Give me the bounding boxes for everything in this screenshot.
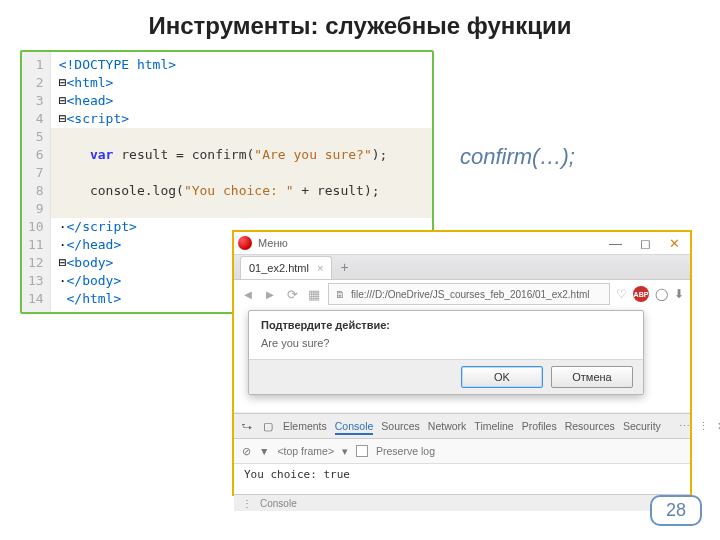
line-number: 3 xyxy=(28,92,44,110)
abp-icon[interactable]: ABP xyxy=(633,286,649,302)
code-line: ·</body> xyxy=(59,272,424,290)
console-output: You choice: true xyxy=(234,464,690,494)
frame-selector[interactable]: <top frame> xyxy=(277,445,334,457)
drawer-toggle-icon[interactable]: ⋮ xyxy=(242,498,252,509)
line-number: 2 xyxy=(28,74,44,92)
line-number: 12 xyxy=(28,254,44,272)
code-line: ⊟<html> xyxy=(59,74,424,92)
dialog-text: Are you sure? xyxy=(249,335,643,359)
line-number: 5 xyxy=(28,128,44,146)
code-line xyxy=(59,164,424,182)
dialog-title: Подтвердите действие: xyxy=(249,311,643,335)
preserve-log-checkbox[interactable] xyxy=(356,445,368,457)
maximize-icon[interactable]: ◻ xyxy=(634,236,657,251)
page-number: 28 xyxy=(650,495,702,526)
code-line: var result = confirm("Are you sure?"); xyxy=(59,146,424,164)
devtools-tab-network[interactable]: Network xyxy=(428,420,467,432)
preserve-log-label: Preserve log xyxy=(376,445,435,457)
devtools-tabs: ⮑ ▢ ElementsConsoleSourcesNetworkTimelin… xyxy=(234,414,690,439)
devtools-tab-sources[interactable]: Sources xyxy=(381,420,420,432)
devtools-footer: ⋮ Console xyxy=(234,494,690,511)
line-number: 13 xyxy=(28,272,44,290)
devtools-tab-security[interactable]: Security xyxy=(623,420,661,432)
devtools-toolbar: ⊘ ▼ <top frame> ▾ Preserve log xyxy=(234,439,690,464)
dialog-button-row: OK Отмена xyxy=(249,359,643,394)
line-number: 9 xyxy=(28,200,44,218)
code-line xyxy=(59,128,424,146)
ok-button[interactable]: OK xyxy=(461,366,543,388)
code-editor: 1234567891011121314 <!DOCTYPE html>⊟<htm… xyxy=(20,50,434,314)
code-body: <!DOCTYPE html>⊟<html>⊟<head>⊟<script> v… xyxy=(51,52,432,312)
code-line: </html> xyxy=(59,290,424,308)
code-line: ·</script> xyxy=(59,218,424,236)
snippet-label: confirm(…); xyxy=(460,146,575,168)
line-number: 11 xyxy=(28,236,44,254)
code-line: console.log("You choice: " + result); xyxy=(59,182,424,200)
confirm-dialog: Подтвердите действие: Are you sure? OK О… xyxy=(248,310,644,395)
code-line: <!DOCTYPE html> xyxy=(59,56,424,74)
devtools-settings-icon[interactable]: ⋮ xyxy=(698,420,709,432)
devtools-more-icon[interactable]: ⋯ xyxy=(679,420,690,432)
close-icon[interactable]: ✕ xyxy=(663,236,686,251)
line-number: 8 xyxy=(28,182,44,200)
devtools-device-icon[interactable]: ▢ xyxy=(263,420,273,432)
download-icon[interactable]: ⬇ xyxy=(674,287,684,301)
minimize-icon[interactable]: — xyxy=(603,236,628,251)
devtools: ⮑ ▢ ElementsConsoleSourcesNetworkTimelin… xyxy=(234,413,690,494)
code-gutter: 1234567891011121314 xyxy=(22,52,51,312)
filter-icon[interactable]: ▼ xyxy=(259,445,269,457)
line-number: 6 xyxy=(28,146,44,164)
bookmark-icon[interactable]: ♡ xyxy=(616,287,627,301)
code-line: ⊟<head> xyxy=(59,92,424,110)
line-number: 7 xyxy=(28,164,44,182)
slide-title: Инструменты: служебные функции xyxy=(0,12,720,40)
devtools-inspect-icon[interactable]: ⮑ xyxy=(242,420,253,432)
user-icon[interactable]: ◯ xyxy=(655,287,668,301)
line-number: 14 xyxy=(28,290,44,308)
code-line: ·</head> xyxy=(59,236,424,254)
console-drawer-label[interactable]: Console xyxy=(260,498,297,509)
clear-console-icon[interactable]: ⊘ xyxy=(242,445,251,457)
devtools-tab-profiles[interactable]: Profiles xyxy=(522,420,557,432)
devtools-tab-resources[interactable]: Resources xyxy=(565,420,615,432)
line-number: 1 xyxy=(28,56,44,74)
devtools-tab-timeline[interactable]: Timeline xyxy=(474,420,513,432)
devtools-tab-elements[interactable]: Elements xyxy=(283,420,327,432)
code-line: ⊟<script> xyxy=(59,110,424,128)
code-line: ⊟<body> xyxy=(59,254,424,272)
cancel-button[interactable]: Отмена xyxy=(551,366,633,388)
code-line xyxy=(59,200,424,218)
line-number: 4 xyxy=(28,110,44,128)
line-number: 10 xyxy=(28,218,44,236)
devtools-tab-console[interactable]: Console xyxy=(335,420,374,435)
